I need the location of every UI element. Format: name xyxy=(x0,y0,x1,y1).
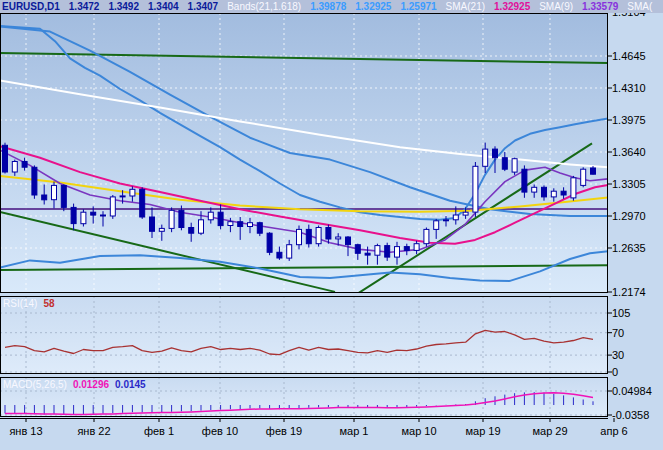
high-value: 1.3492 xyxy=(108,0,139,13)
macd-axis-label: 0.04984 xyxy=(612,385,652,397)
date-axis-label: мар 29 xyxy=(527,425,573,437)
price-axis-label: 1.3975 xyxy=(612,114,646,126)
bands-indicator-label: Bands(21,1.618) xyxy=(227,0,301,13)
low-value: 1.3404 xyxy=(148,0,179,13)
macd-indicator-label: MACD(5,26,5) xyxy=(3,379,67,390)
price-axis-label: 1.2174 xyxy=(612,286,646,298)
chart-header-bar: EURUSD,D1 1.3472 1.3492 1.3404 1.3407 Ba… xyxy=(0,0,663,13)
bands-lower-value: 1.25971 xyxy=(400,0,436,13)
price-axis-label: 1.3640 xyxy=(612,146,646,158)
rsi-indicator-label: RSI(14) xyxy=(3,298,37,309)
date-axis-label: мар 19 xyxy=(460,425,506,437)
date-axis-label: мар 10 xyxy=(396,425,442,437)
sma9-value: 1.33579 xyxy=(582,0,618,13)
symbol-timeframe-label: EURUSD,D1 xyxy=(2,0,60,13)
date-axis-label: апр 6 xyxy=(591,425,637,437)
rsi-label-row: RSI(14)58 xyxy=(3,298,61,309)
mt4-chart-window: 1.51041.46451.43101.39751.36401.33051.29… xyxy=(0,0,663,450)
price-axis-label: 1.4645 xyxy=(612,50,646,62)
date-axis-label: янв 13 xyxy=(3,425,49,437)
sma9-indicator-label: SMA(9) xyxy=(539,0,573,13)
bands-upper-value: 1.39878 xyxy=(310,0,346,13)
price-axis-label: 1.2635 xyxy=(612,242,646,254)
price-axis-label: 1.3305 xyxy=(612,178,646,190)
price-axis-label: 1.2970 xyxy=(612,210,646,222)
date-axis-label: мар 1 xyxy=(331,425,377,437)
rsi-axis-label: 105 xyxy=(612,307,630,319)
date-axis-label: фев 19 xyxy=(261,425,307,437)
bands-middle-value: 1.32925 xyxy=(355,0,391,13)
macd-signal-value: 0.0145 xyxy=(115,379,146,390)
rsi-axis-label: 0 xyxy=(612,366,618,378)
rsi-panel xyxy=(0,296,608,374)
rsi-current-value: 58 xyxy=(43,298,54,309)
rsi-axis-label: 30 xyxy=(612,349,624,361)
price-axis-label: 1.4310 xyxy=(612,82,646,94)
open-value: 1.3472 xyxy=(69,0,100,13)
macd-current-value: 0.01296 xyxy=(73,379,109,390)
date-axis-label: фев 10 xyxy=(197,425,243,437)
macd-axis-label: -0.0358 xyxy=(612,409,649,421)
macd-label-row: MACD(5,26,5)0.012960.0145 xyxy=(3,379,152,390)
sma-extra-indicator-label: SMA( xyxy=(627,0,652,13)
sma21-value: 1.32925 xyxy=(494,0,530,13)
close-value: 1.3407 xyxy=(188,0,219,13)
date-axis-label: янв 22 xyxy=(71,425,117,437)
sma21-indicator-label: SMA(21) xyxy=(446,0,485,13)
chart-area[interactable]: 1.51041.46451.43101.39751.36401.33051.29… xyxy=(0,0,663,450)
date-axis-label: фев 1 xyxy=(136,425,182,437)
rsi-axis-label: 70 xyxy=(612,327,624,339)
